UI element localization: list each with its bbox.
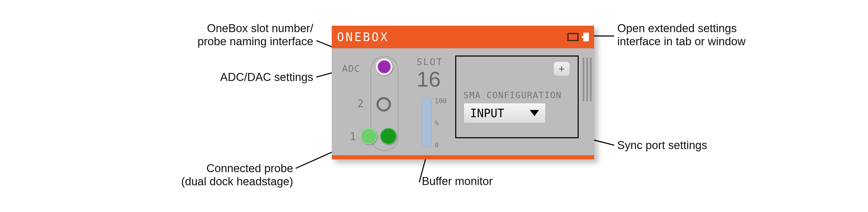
annotation-adc-dac-text: ADC/DAC settings [220, 71, 313, 83]
port-1-probe-b[interactable] [380, 128, 397, 144]
header-icon-group [567, 33, 589, 41]
buffer-tick-unit: % [435, 119, 439, 127]
open-in-window-icon[interactable] [583, 33, 589, 41]
chevron-down-icon [530, 110, 539, 116]
annotation-slot-naming-text: OneBox slot number/ probe naming interfa… [197, 22, 313, 47]
port-2-number: 2 [358, 98, 364, 109]
annotation-connected-probe: Connected probe (dual dock headstage) [88, 162, 293, 188]
onebox-panel: ONEBOX ADC 2 1 SLOT 16 [332, 26, 594, 159]
sma-configuration-group: + SMA CONFIGURATION INPUT [455, 56, 579, 138]
buffer-tick-100: 100 [435, 97, 447, 105]
buffer-monitor-bar [422, 97, 432, 147]
sma-selected-value: INPUT [470, 107, 504, 120]
port-1-number: 1 [350, 131, 356, 142]
drag-grip-icon [583, 58, 591, 101]
plus-icon: + [559, 63, 564, 75]
annotation-connected-probe-text: Connected probe (dual dock headstage) [181, 162, 293, 187]
buffer-tick-0: 0 [435, 141, 439, 149]
adc-label[interactable]: ADC [342, 63, 360, 74]
port-2-empty[interactable] [376, 97, 391, 111]
annotation-slot-naming: OneBox slot number/ probe naming interfa… [113, 22, 313, 48]
port-1-probe-a[interactable] [361, 128, 377, 144]
panel-body: ADC 2 1 SLOT 16 100 % 0 + [332, 48, 594, 155]
annotation-open-extended-text: Open extended settings interface in tab … [617, 22, 746, 47]
annotation-buffer-monitor-text: Buffer monitor [422, 175, 493, 187]
slot-naming-port[interactable] [376, 59, 393, 75]
sma-add-button[interactable]: + [554, 62, 570, 76]
sma-group-label: SMA CONFIGURATION [463, 90, 562, 100]
sma-mode-select[interactable]: INPUT [463, 103, 546, 123]
annotation-adc-dac: ADC/DAC settings [113, 71, 313, 84]
annotation-sync-port-text: Sync port settings [617, 139, 707, 151]
slot-label: SLOT [416, 57, 443, 67]
annotation-sync-port: Sync port settings [617, 139, 772, 152]
slot-number: 16 [416, 67, 440, 92]
annotation-buffer-monitor: Buffer monitor [422, 175, 576, 188]
open-in-tab-icon[interactable] [567, 33, 579, 41]
panel-footer-bar [332, 155, 594, 159]
panel-header: ONEBOX [332, 26, 594, 48]
annotation-open-extended: Open extended settings interface in tab … [617, 22, 823, 48]
panel-title: ONEBOX [337, 30, 389, 44]
